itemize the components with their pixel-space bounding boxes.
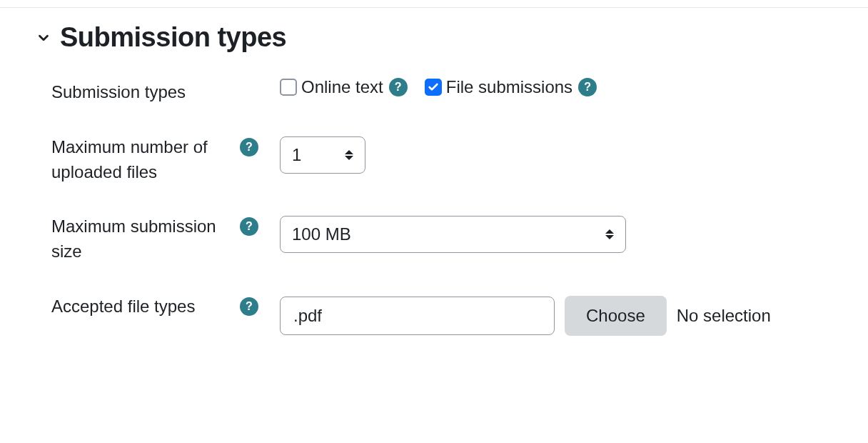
- select-value: 100 MB: [292, 224, 351, 244]
- select-value: 1: [292, 145, 301, 165]
- field-label: Maximum submission size: [51, 214, 233, 264]
- control-max-size: 100 MB: [280, 214, 868, 253]
- row-max-files: Maximum number of uploaded files ? 1: [51, 135, 868, 185]
- help-icon[interactable]: ?: [389, 78, 408, 96]
- select-max-size[interactable]: 100 MB: [280, 216, 626, 253]
- checkbox-label-file-submissions: File submissions: [446, 77, 572, 97]
- help-icon[interactable]: ?: [240, 217, 258, 236]
- label-max-files: Maximum number of uploaded files ?: [51, 135, 280, 185]
- row-max-size: Maximum submission size ? 100 MB: [51, 214, 868, 264]
- row-submission-types: Submission types Online text ?: [51, 76, 868, 105]
- section-divider: [0, 7, 868, 8]
- control-max-files: 1: [280, 135, 868, 174]
- checkbox-label-online-text: Online text: [301, 77, 383, 97]
- input-accepted-types[interactable]: [280, 297, 555, 335]
- section-header-toggle[interactable]: Submission types: [0, 22, 868, 53]
- choose-button[interactable]: Choose: [565, 296, 667, 336]
- checkbox-online-text[interactable]: [280, 79, 297, 96]
- help-icon[interactable]: ?: [240, 138, 258, 156]
- select-caret-icon: [345, 150, 353, 160]
- row-accepted-types: Accepted file types ? Choose No selectio…: [51, 294, 868, 336]
- field-label: Accepted file types: [51, 294, 233, 319]
- checkbox-wrap-file-submissions: File submissions ?: [425, 77, 597, 97]
- field-label: Submission types: [51, 80, 258, 105]
- select-caret-icon: [605, 229, 614, 239]
- field-label: Maximum number of uploaded files: [51, 135, 233, 185]
- select-max-files[interactable]: 1: [280, 136, 365, 174]
- label-max-size: Maximum submission size ?: [51, 214, 280, 264]
- help-icon[interactable]: ?: [578, 78, 597, 96]
- checkbox-group: Online text ? File submissions ?: [280, 77, 597, 97]
- label-accepted-types: Accepted file types ?: [51, 294, 280, 319]
- control-submission-types: Online text ? File submissions ?: [280, 76, 868, 97]
- control-accepted-types: Choose No selection: [280, 294, 868, 336]
- form-content: Submission types Online text ?: [0, 76, 868, 336]
- checkbox-wrap-online-text: Online text ?: [280, 77, 408, 97]
- checkbox-file-submissions[interactable]: [425, 79, 442, 96]
- chevron-down-icon: [36, 30, 51, 46]
- label-submission-types: Submission types: [51, 76, 280, 105]
- section-title: Submission types: [60, 22, 286, 53]
- help-icon[interactable]: ?: [240, 297, 258, 316]
- status-text: No selection: [677, 306, 771, 326]
